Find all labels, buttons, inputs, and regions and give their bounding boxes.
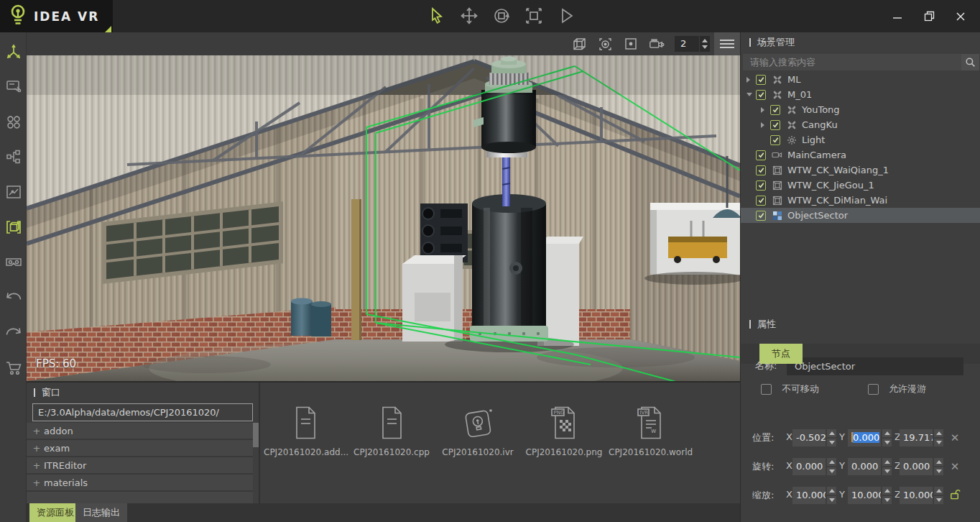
restore-button[interactable] [918,6,940,27]
rotation-x-input[interactable]: 0.000 [792,458,826,475]
folder-row-exam[interactable]: + exam [27,440,253,457]
tree-item-jiegou[interactable]: WTW_CK_JieGou_1 [741,178,980,193]
rotation-y-stepper[interactable] [882,458,892,475]
visibility-checkbox[interactable] [756,90,766,100]
tree-item-ml[interactable]: ML [741,72,980,87]
bounding-cube-icon[interactable] [5,219,22,236]
tree-item-youtong[interactable]: YouTong [741,102,980,117]
select-cursor-button[interactable] [427,6,447,26]
close-button[interactable] [950,6,971,27]
name-input[interactable]: ObjectSector [787,357,963,375]
camera-count-stepper[interactable] [699,36,710,52]
rotate-tool-button[interactable] [491,6,512,26]
folder-row-materials[interactable]: + materials [27,475,253,492]
visibility-checkbox[interactable] [770,120,780,130]
immovable-checkbox[interactable] [761,384,772,395]
folder-scrollbar[interactable] [253,423,259,505]
rotation-z-stepper[interactable] [934,458,943,475]
visibility-checkbox[interactable] [756,180,766,191]
expand-arrow-icon[interactable] [746,77,756,83]
scene-search-input[interactable]: 请输入搜索内容 [743,54,961,70]
rotation-reset-button[interactable]: ✕ [948,459,962,474]
position-x-input[interactable]: -0.502 [792,429,826,447]
position-reset-button[interactable]: ✕ [948,431,962,445]
tab-node[interactable]: 节点 [759,344,803,364]
position-z-stepper[interactable] [934,429,943,447]
file-name: CPJ20161020.png [522,447,606,457]
visibility-checkbox[interactable] [756,75,766,85]
expand-plus-icon[interactable]: + [29,460,44,471]
scale-y-stepper[interactable] [882,487,892,504]
tree-item-m01[interactable]: M_01 [741,87,980,102]
rotation-y-input[interactable]: 0.000 [848,458,881,475]
expand-arrow-icon[interactable] [761,107,770,113]
wireframe-cube-icon[interactable] [571,36,587,52]
position-z-input[interactable]: 19.717 [900,429,933,447]
focus-target-icon[interactable] [597,36,613,52]
app-logo[interactable]: IDEA VR [0,0,113,32]
vr-goggles-icon[interactable] [5,253,22,270]
visibility-checkbox[interactable] [756,150,766,160]
file-item-add[interactable]: CPJ20161020.add... [264,403,347,469]
tree-item-dimian[interactable]: WTW_CK_DiMian_Wai [741,193,980,208]
undo-icon[interactable] [5,289,22,306]
expand-plus-icon[interactable]: + [29,426,44,436]
tree-item-maincamera[interactable]: MainCamera [741,147,980,162]
menu-expander-icon[interactable] [105,26,111,32]
rotation-z-input[interactable]: 0.000 [900,458,933,475]
file-item-world[interactable]: IVRw CPJ20161020.world [609,403,692,469]
play-button[interactable] [556,6,576,26]
move-tool-button[interactable] [459,6,479,26]
file-item-ivr[interactable]: CPJ20161020.ivr [436,403,519,469]
camera-view-icon[interactable] [649,36,665,52]
position-x-stepper[interactable] [827,429,836,447]
file-item-png[interactable]: PNG CPJ20161020.png [522,403,606,469]
visibility-checkbox[interactable] [770,105,780,115]
render-region-icon[interactable] [623,36,639,52]
minimize-button[interactable] [887,6,908,27]
asset-cart-icon[interactable] [5,360,22,377]
scale-tool-button[interactable] [524,6,544,26]
tree-item-light[interactable]: Light [741,132,980,147]
tab-resource-panel[interactable]: 资源面板 [29,503,81,522]
roam-checkbox[interactable] [868,384,879,395]
collapse-arrow-icon[interactable] [746,93,756,96]
file-item-cpp[interactable]: CPJ20161020.cpp [350,403,433,469]
node-graph-icon[interactable] [5,148,22,165]
expand-plus-icon[interactable]: + [29,443,44,454]
scale-z-stepper[interactable] [934,487,943,504]
folder-row-addon[interactable]: + addon [27,423,253,440]
screen-edit-icon[interactable] [5,78,22,95]
curve-editor-icon[interactable] [5,183,22,201]
visibility-checkbox[interactable] [756,165,766,175]
rotation-x-stepper[interactable] [827,458,836,475]
search-icon[interactable] [961,54,979,70]
scale-x-input[interactable]: 10.000 [792,487,826,504]
scale-y-input[interactable]: 10.000 [848,487,881,504]
position-y-stepper[interactable] [882,429,892,447]
visibility-checkbox[interactable] [756,211,766,221]
viewport-menu-button[interactable] [714,32,740,55]
scale-lock-button[interactable] [948,488,962,503]
folder-row-itreditor[interactable]: + ITREditor [27,457,253,475]
scale-z-input[interactable]: 10.000 [900,487,933,504]
transform-axis-icon[interactable] [5,43,22,60]
tab-log-output[interactable]: 日志输出 [75,503,127,522]
redo-icon[interactable] [5,324,22,342]
scale-x-stepper[interactable] [827,487,836,504]
expand-arrow-icon[interactable] [761,122,770,128]
components-icon[interactable] [5,114,22,131]
expand-plus-icon[interactable]: + [29,477,44,488]
path-input[interactable]: E:/3.0Alpha/data/demos/CPJ20161020/ [32,403,253,421]
visibility-checkbox[interactable] [770,135,780,145]
viewport-3d-scene[interactable]: FPS: 60 [27,55,740,381]
camera-count-input[interactable]: 2 [675,36,699,52]
position-y-input[interactable]: 0.000 [848,429,881,447]
folder-name: exam [44,443,70,454]
scrollbar-thumb[interactable] [253,423,259,447]
tree-item-objectsector[interactable]: ObjectSector [741,208,980,223]
axis-y-label: Y [839,489,845,500]
visibility-checkbox[interactable] [756,196,766,206]
tree-item-waiqiang[interactable]: WTW_CK_WaiQiang_1 [741,162,980,178]
tree-item-cangku[interactable]: CangKu [741,117,980,132]
